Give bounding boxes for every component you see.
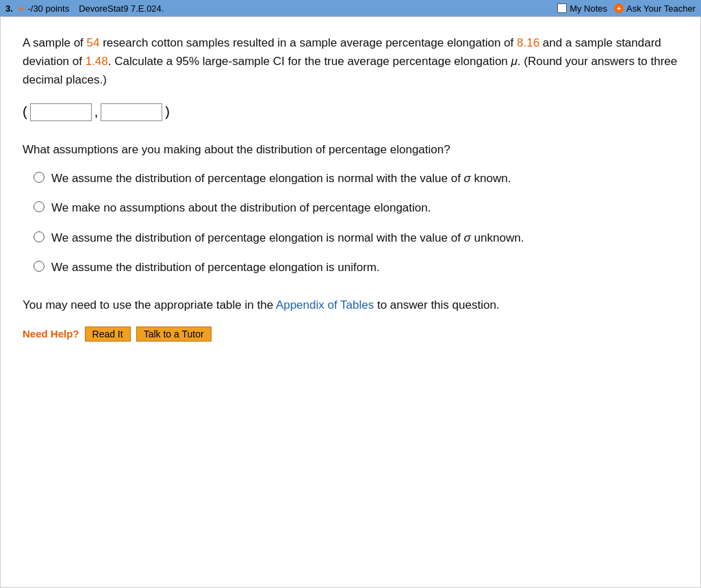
sample-mean: 8.16 bbox=[517, 36, 539, 49]
appendix-text-after: to answer this question. bbox=[374, 298, 499, 311]
radio-option-4[interactable]: We assume the distribution of percentage… bbox=[34, 259, 678, 277]
text-after-sd: . Calculate a 95% large-sample CI for th… bbox=[23, 55, 677, 86]
ask-teacher-section[interactable]: + Ask Your Teacher bbox=[614, 3, 696, 14]
radio-label-4: We assume the distribution of percentage… bbox=[51, 259, 380, 277]
radio-label-3: We assume the distribution of percentage… bbox=[51, 229, 524, 247]
appendix-link[interactable]: Appendix of Tables bbox=[276, 298, 374, 311]
lower-bound-input[interactable] bbox=[30, 103, 92, 121]
radio-label-1: We assume the distribution of percentage… bbox=[51, 170, 511, 188]
question-number: 3. bbox=[5, 3, 13, 14]
radio-btn-3[interactable] bbox=[34, 231, 44, 242]
points-plus-icon: + bbox=[18, 3, 24, 14]
need-help-label: Need Help? bbox=[23, 328, 79, 340]
points-label: -/30 points bbox=[27, 3, 69, 14]
my-notes-section[interactable]: My Notes bbox=[557, 3, 607, 14]
radio-option-2[interactable]: We make no assumptions about the distrib… bbox=[34, 199, 678, 217]
ask-teacher-plus-icon: + bbox=[614, 3, 624, 13]
sample-n: 54 bbox=[87, 36, 100, 49]
text-after-54: research cotton samples resulted in a sa… bbox=[99, 36, 517, 49]
appendix-text: You may need to use the appropriate tabl… bbox=[23, 296, 678, 314]
sample-sd: 1.48 bbox=[86, 55, 108, 68]
close-paren: ) bbox=[165, 104, 170, 120]
problem-text: A sample of 54 research cotton samples r… bbox=[23, 34, 678, 90]
open-paren: ( bbox=[23, 104, 27, 120]
text-before-54: A sample of bbox=[23, 36, 87, 49]
talk-to-tutor-button[interactable]: Talk to a Tutor bbox=[136, 327, 212, 342]
upper-bound-input[interactable] bbox=[101, 103, 162, 121]
appendix-text-before: You may need to use the appropriate tabl… bbox=[23, 298, 276, 311]
header-bar: 3. + -/30 points DevoreStat9 7.E.024. My… bbox=[0, 0, 701, 16]
ask-teacher-label: Ask Your Teacher bbox=[626, 3, 696, 14]
question-container: A sample of 54 research cotton samples r… bbox=[0, 16, 701, 588]
my-notes-label: My Notes bbox=[570, 3, 607, 14]
header-right: My Notes + Ask Your Teacher bbox=[557, 3, 696, 14]
read-it-button[interactable]: Read It bbox=[85, 327, 131, 342]
need-help-row: Need Help? Read It Talk to a Tutor bbox=[23, 327, 678, 342]
radio-option-1[interactable]: We assume the distribution of percentage… bbox=[34, 170, 678, 188]
radio-btn-2[interactable] bbox=[34, 201, 44, 212]
radio-label-2: We make no assumptions about the distrib… bbox=[51, 199, 431, 217]
source-label: DevoreStat9 7.E.024. bbox=[79, 3, 553, 14]
radio-options-list: We assume the distribution of percentage… bbox=[34, 170, 678, 277]
notes-checkbox[interactable] bbox=[557, 3, 567, 13]
radio-option-3[interactable]: We assume the distribution of percentage… bbox=[34, 229, 678, 247]
assumptions-question: What assumptions are you making about th… bbox=[23, 140, 678, 159]
radio-btn-4[interactable] bbox=[34, 261, 44, 272]
answer-inputs-row: ( , ) bbox=[23, 103, 678, 121]
radio-btn-1[interactable] bbox=[34, 172, 44, 183]
comma-separator: , bbox=[94, 104, 99, 120]
